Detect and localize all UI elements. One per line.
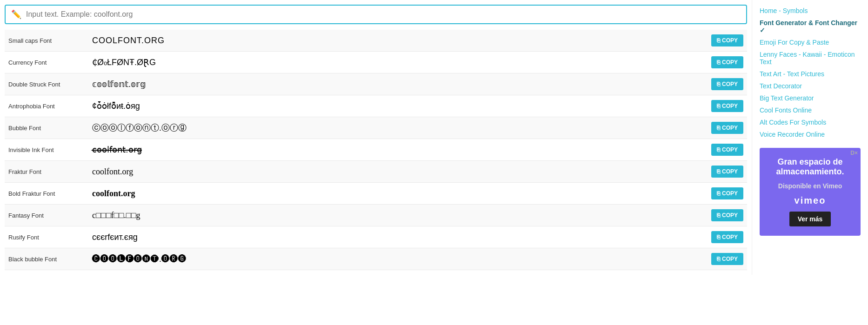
- copy-button[interactable]: ⎘COPY: [711, 209, 743, 221]
- ad-box: D× Gran espacio de almacenamiento. Dispo…: [760, 148, 861, 236]
- font-name-label: Small caps Font: [5, 30, 88, 52]
- font-preview: c□□□f□□.□□g: [88, 205, 701, 226]
- font-name-label: Currency Font: [5, 52, 88, 73]
- table-row: Double Struck Font𝕔𝕠𝕠𝕝𝕗𝕠𝕟𝕥.𝕠𝕣𝕘⎘COPY: [5, 73, 747, 95]
- sidebar-link-voice-recorder[interactable]: Voice Recorder Online: [760, 128, 861, 140]
- copy-cell: ⎘COPY: [701, 52, 747, 73]
- table-row: Small caps FontCOOLFONT.ORG⎘COPY: [5, 30, 747, 52]
- table-row: Antrophobia Font¢ȱȯłfȭиŧ.ȯяg⎘COPY: [5, 95, 747, 117]
- copy-cell: ⎘COPY: [701, 226, 747, 248]
- copy-cell: ⎘COPY: [701, 73, 747, 95]
- table-row: Currency Font₵Ø₀ŁFØNŦ.ØⱤG⎘COPY: [5, 52, 747, 73]
- sidebar-link-text-art[interactable]: Text Art - Text Pictures: [760, 68, 861, 80]
- copy-icon: ⎘: [717, 59, 720, 66]
- sidebar-link-lenny-faces[interactable]: Lenny Faces - Kawaii - Emoticon Text: [760, 48, 861, 68]
- table-row: Bold Fraktur Fontcoolfont.org⎘COPY: [5, 183, 747, 205]
- copy-button[interactable]: ⎘COPY: [711, 253, 743, 265]
- copy-label: COPY: [722, 59, 738, 66]
- font-name-label: Rusify Font: [5, 226, 88, 248]
- font-preview: coolfont.org: [88, 161, 701, 183]
- copy-button[interactable]: ⎘COPY: [711, 56, 743, 68]
- sidebar-link-text-decorator[interactable]: Text Decorator: [760, 80, 861, 92]
- copy-label: COPY: [722, 125, 738, 131]
- copy-label: COPY: [722, 146, 738, 153]
- table-row: Rusify Fontcєєrfєит.єяg⎘COPY: [5, 226, 747, 248]
- ad-title: Gran espacio de almacenamiento.: [767, 157, 853, 177]
- font-preview: coolfont.org: [88, 183, 701, 205]
- copy-icon: ⎘: [717, 256, 720, 262]
- copy-cell: ⎘COPY: [701, 95, 747, 117]
- copy-label: COPY: [722, 103, 738, 109]
- font-name-label: Fantasy Font: [5, 205, 88, 226]
- font-name-label: Double Struck Font: [5, 73, 88, 95]
- ad-button[interactable]: Ver más: [789, 212, 831, 226]
- copy-label: COPY: [722, 190, 738, 197]
- table-row: Black bubble Font🅒🅞🅞🅛🅕🅞🅝🅣.🅞🅡🅖⎘COPY: [5, 248, 747, 270]
- sidebar-link-font-generator[interactable]: Font Generator & Font Changer ✓: [760, 17, 861, 36]
- copy-icon: ⎘: [717, 37, 720, 44]
- copy-cell: ⎘COPY: [701, 30, 747, 52]
- font-table: Small caps FontCOOLFONT.ORG⎘COPYCurrency…: [5, 30, 747, 270]
- font-preview: c̶o̶o̶l̶f̶o̶n̶t̶.̶o̶r̶g̶: [88, 139, 701, 161]
- copy-button[interactable]: ⎘COPY: [711, 187, 743, 199]
- copy-button[interactable]: ⎘COPY: [711, 100, 743, 112]
- font-name-label: Antrophobia Font: [5, 95, 88, 117]
- ad-close-button[interactable]: D×: [850, 150, 858, 156]
- table-row: Fraktur Fontcoolfont.org⎘COPY: [5, 161, 747, 183]
- sidebar-link-home-symbols[interactable]: Home - Symbols: [760, 5, 861, 17]
- font-name-label: Bold Fraktur Font: [5, 183, 88, 205]
- font-preview: ¢ȱȯłfȭиŧ.ȯяg: [88, 95, 701, 117]
- font-preview: 🅒🅞🅞🅛🅕🅞🅝🅣.🅞🅡🅖: [88, 248, 701, 270]
- font-preview: cєєrfєит.єяg: [88, 226, 701, 248]
- font-preview: 𝕔𝕠𝕠𝕝𝕗𝕠𝕟𝕥.𝕠𝕣𝕘: [88, 73, 701, 95]
- copy-button[interactable]: ⎘COPY: [711, 166, 743, 178]
- pencil-icon: ✏️: [11, 9, 21, 20]
- copy-icon: ⎘: [717, 234, 720, 240]
- copy-button[interactable]: ⎘COPY: [711, 78, 743, 90]
- copy-cell: ⎘COPY: [701, 248, 747, 270]
- copy-icon: ⎘: [717, 81, 720, 87]
- copy-icon: ⎘: [717, 103, 720, 109]
- table-row: Invisible Ink Fontc̶o̶o̶l̶f̶o̶n̶t̶.̶o̶r̶…: [5, 139, 747, 161]
- font-preview: ₵Ø₀ŁFØNŦ.ØⱤG: [88, 52, 701, 73]
- sidebar-link-alt-codes[interactable]: Alt Codes For Symbols: [760, 116, 861, 128]
- copy-label: COPY: [722, 234, 738, 240]
- font-name-label: Bubble Font: [5, 117, 88, 139]
- sidebar-link-emoji-copy[interactable]: Emoji For Copy & Paste: [760, 36, 861, 48]
- table-row: Bubble Fontⓒⓞⓞⓛⓕⓞⓝⓣ.ⓞⓡⓖ⎘COPY: [5, 117, 747, 139]
- copy-icon: ⎘: [717, 190, 720, 197]
- copy-cell: ⎘COPY: [701, 183, 747, 205]
- font-name-label: Fraktur Font: [5, 161, 88, 183]
- copy-label: COPY: [722, 212, 738, 219]
- copy-label: COPY: [722, 168, 738, 175]
- font-preview: COOLFONT.ORG: [88, 30, 701, 52]
- search-bar: ✏️: [5, 5, 747, 24]
- copy-button[interactable]: ⎘COPY: [711, 144, 743, 156]
- ad-logo: vimeo: [795, 195, 826, 206]
- copy-button[interactable]: ⎘COPY: [711, 122, 743, 134]
- font-preview: ⓒⓞⓞⓛⓕⓞⓝⓣ.ⓞⓡⓖ: [88, 117, 701, 139]
- sidebar: Home - SymbolsFont Generator & Font Chan…: [752, 0, 868, 275]
- search-input[interactable]: [26, 10, 741, 19]
- copy-icon: ⎘: [717, 212, 720, 219]
- font-name-label: Invisible Ink Font: [5, 139, 88, 161]
- copy-icon: ⎘: [717, 146, 720, 153]
- copy-label: COPY: [722, 37, 738, 44]
- table-row: Fantasy Fontc□□□f□□.□□g⎘COPY: [5, 205, 747, 226]
- copy-cell: ⎘COPY: [701, 139, 747, 161]
- copy-icon: ⎘: [717, 168, 720, 175]
- copy-label: COPY: [722, 256, 738, 262]
- copy-button[interactable]: ⎘COPY: [711, 34, 743, 46]
- sidebar-link-cool-fonts-online[interactable]: Cool Fonts Online: [760, 104, 861, 116]
- sidebar-link-big-text[interactable]: Big Text Generator: [760, 92, 861, 104]
- copy-cell: ⎘COPY: [701, 161, 747, 183]
- ad-subtitle: Disponible en Vimeo: [778, 182, 842, 190]
- copy-icon: ⎘: [717, 125, 720, 131]
- copy-label: COPY: [722, 81, 738, 87]
- copy-button[interactable]: ⎘COPY: [711, 231, 743, 243]
- font-name-label: Black bubble Font: [5, 248, 88, 270]
- copy-cell: ⎘COPY: [701, 205, 747, 226]
- copy-cell: ⎘COPY: [701, 117, 747, 139]
- main-content: ✏️ Small caps FontCOOLFONT.ORG⎘COPYCurre…: [0, 0, 752, 275]
